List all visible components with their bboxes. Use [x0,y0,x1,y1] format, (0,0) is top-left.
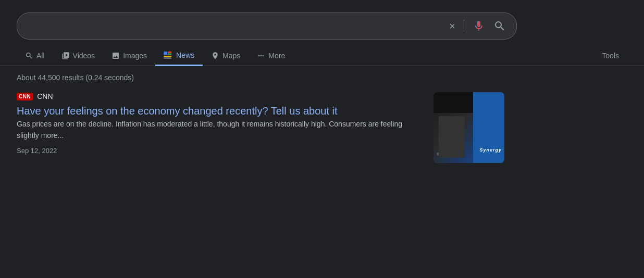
search-submit-icon[interactable] [493,20,506,32]
nav-item-more[interactable]: More [249,46,293,65]
search-bar-container: small business "tell us about it" × [0,0,644,40]
more-dots-icon [257,52,265,60]
thumbnail-text: Synergy [479,147,502,153]
tools-button[interactable]: Tools [593,46,627,65]
news-card: CNN CNN Have your feelings on the econom… [0,87,521,168]
mic-icon[interactable] [473,20,485,32]
nav-item-all[interactable]: All [17,46,53,65]
nav-videos-label: Videos [73,52,95,60]
svg-rect-2 [168,54,171,55]
search-bar: small business "tell us about it" × [17,12,517,40]
news-content: CNN CNN Have your feelings on the econom… [17,92,425,155]
source-name: CNN [37,92,53,100]
map-pin-icon [211,52,219,60]
nav-item-images[interactable]: Images [103,46,155,65]
search-input[interactable]: small business "tell us about it" [28,21,449,31]
nav-item-news[interactable]: News [155,46,203,66]
nav-item-maps[interactable]: Maps [203,46,249,65]
image-icon [112,52,120,60]
nav-more-label: More [268,52,285,60]
cnn-logo: CNN [17,93,33,100]
svg-rect-0 [164,52,167,55]
news-thumbnail[interactable]: Synergy [434,92,504,163]
news-source: CNN CNN [17,92,425,100]
svg-rect-4 [164,57,171,58]
nav-tabs: All Videos Images News Maps [0,46,644,66]
news-title-link[interactable]: Have your feelings on the economy change… [17,105,338,117]
nav-images-label: Images [123,52,147,60]
svg-rect-3 [164,56,171,57]
results-summary: About 44,500 results (0.24 seconds) [0,66,644,87]
news-date: Sep 12, 2022 [17,147,57,155]
nav-maps-label: Maps [222,52,240,60]
play-icon [61,52,70,60]
nav-news-label: News [176,51,194,59]
search-icons: × [449,20,506,32]
search-icon [25,52,33,60]
vertical-divider [464,20,464,32]
news-icon [164,52,173,59]
nav-item-videos[interactable]: Videos [53,46,104,65]
clear-icon[interactable]: × [449,20,455,32]
news-snippet: Gas prices are on the decline. Inflation… [17,118,425,142]
thumbnail-image: Synergy [434,92,504,163]
nav-all-label: All [36,52,45,60]
svg-rect-1 [168,52,171,53]
